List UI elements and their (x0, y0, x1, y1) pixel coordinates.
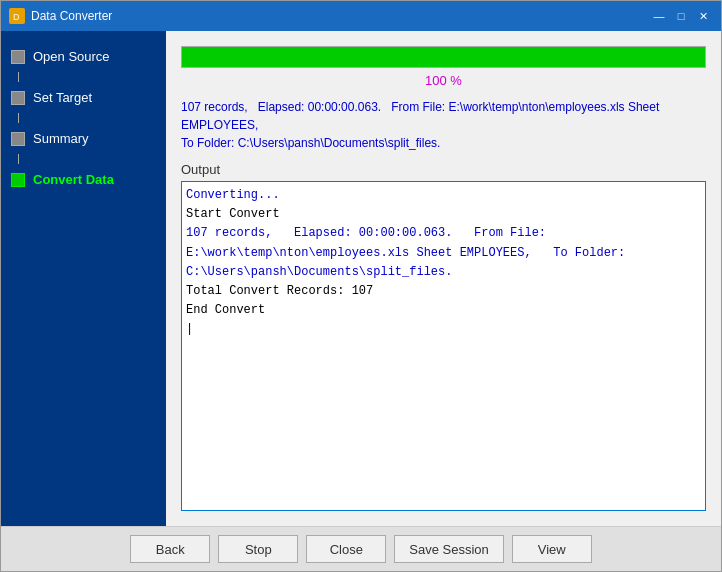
sidebar: Open Source Set Target Summary Convert D… (1, 31, 166, 526)
sidebar-item-summary[interactable]: Summary (1, 123, 166, 154)
sidebar-label-convert-data: Convert Data (33, 172, 114, 187)
progress-section: 100 % (181, 46, 706, 88)
title-bar: D Data Converter — □ ✕ (1, 1, 721, 31)
progress-label: 100 % (181, 73, 706, 88)
output-label: Output (181, 162, 706, 177)
title-bar-controls: — □ ✕ (649, 7, 713, 25)
sidebar-item-open-source[interactable]: Open Source (1, 41, 166, 72)
sidebar-item-convert-data[interactable]: Convert Data (1, 164, 166, 195)
connector-2 (18, 113, 19, 123)
nav-indicator-summary (11, 132, 25, 146)
sidebar-label-open-source: Open Source (33, 49, 110, 64)
main-window: D Data Converter — □ ✕ Open Source Set T… (0, 0, 722, 572)
title-bar-left: D Data Converter (9, 8, 112, 24)
app-icon: D (9, 8, 25, 24)
back-button[interactable]: Back (130, 535, 210, 563)
nav-indicator-convert-data (11, 173, 25, 187)
save-session-button[interactable]: Save Session (394, 535, 504, 563)
output-line-3: 107 records, Elapsed: 00:00:00.063. From… (186, 224, 701, 282)
progress-bar-fill (182, 47, 705, 67)
output-line-4: Total Convert Records: 107 (186, 282, 701, 301)
title-bar-title: Data Converter (31, 9, 112, 23)
stop-button[interactable]: Stop (218, 535, 298, 563)
connector-3 (18, 154, 19, 164)
sidebar-item-set-target[interactable]: Set Target (1, 82, 166, 113)
output-box[interactable]: Converting... Start Convert 107 records,… (181, 181, 706, 511)
main-content: 100 % 107 records, Elapsed: 00:00:00.063… (166, 31, 721, 526)
output-line-6: | (186, 320, 701, 339)
svg-text:D: D (13, 12, 20, 22)
maximize-button[interactable]: □ (671, 7, 691, 25)
nav-indicator-open-source (11, 50, 25, 64)
sidebar-label-set-target: Set Target (33, 90, 92, 105)
window-body: Open Source Set Target Summary Convert D… (1, 31, 721, 526)
view-button[interactable]: View (512, 535, 592, 563)
footer: Back Stop Close Save Session View (1, 526, 721, 571)
output-line-5: End Convert (186, 301, 701, 320)
sidebar-label-summary: Summary (33, 131, 89, 146)
minimize-button[interactable]: — (649, 7, 669, 25)
close-button[interactable]: ✕ (693, 7, 713, 25)
progress-bar-container (181, 46, 706, 68)
nav-indicator-set-target (11, 91, 25, 105)
close-button-footer[interactable]: Close (306, 535, 386, 563)
output-section: Output Converting... Start Convert 107 r… (181, 162, 706, 511)
connector-1 (18, 72, 19, 82)
status-text: 107 records, Elapsed: 00:00:00.063. From… (181, 98, 706, 152)
output-line-1: Converting... (186, 186, 701, 205)
output-line-2: Start Convert (186, 205, 701, 224)
